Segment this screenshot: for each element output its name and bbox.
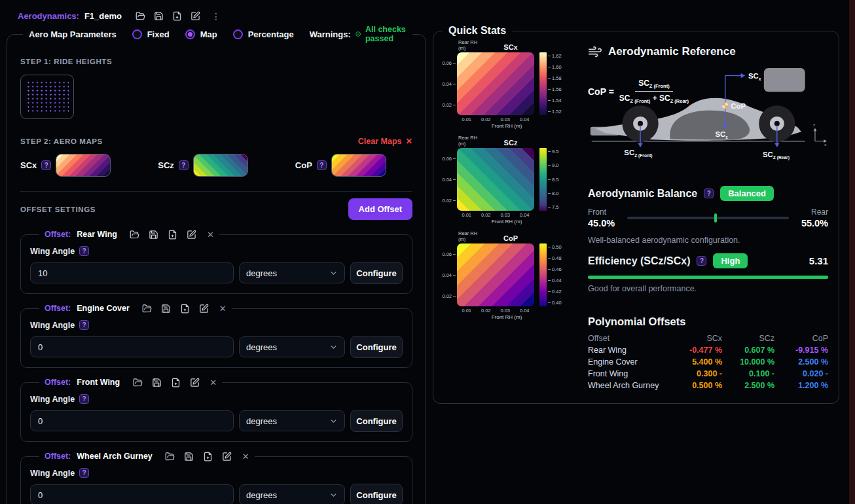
panel-title: Aero Map Parameters	[29, 29, 117, 39]
unit-select[interactable]: degrees	[239, 336, 345, 357]
configure-button[interactable]: Configure	[350, 336, 403, 358]
open-folder-icon[interactable]	[128, 228, 141, 241]
colorbar-ticks: 9.59.08.58.07.5	[547, 148, 566, 211]
wing-angle-input[interactable]	[30, 484, 234, 504]
plot-colorbar	[539, 52, 547, 115]
scz-help-icon[interactable]: ?	[179, 160, 189, 170]
wing-angle-label: Wing Angle	[30, 247, 75, 256]
plot-yticks: 0.060.040.02	[440, 52, 457, 115]
table-cell-cop: 0.020 -	[774, 369, 828, 380]
plot-yticks: 0.060.040.02	[440, 243, 457, 306]
svg-text:SCZ (Rear): SCZ (Rear)	[763, 151, 790, 160]
unit-select-value: degrees	[246, 268, 277, 278]
offset-settings-label: OFFSET SETTINGS	[20, 206, 96, 213]
new-file-icon[interactable]	[166, 228, 179, 241]
cop-map-thumbnail[interactable]	[331, 154, 386, 177]
configure-button[interactable]: Configure	[350, 262, 403, 284]
offset-panel-front-wing: Offset: Front Wing ✕ Wing Angle ? degree…	[20, 376, 412, 442]
unit-select[interactable]: degrees	[239, 262, 345, 283]
cop-help-icon[interactable]: ?	[317, 160, 327, 170]
radio-map-circle[interactable]	[185, 29, 195, 39]
close-icon[interactable]: ✕	[219, 304, 227, 314]
table-cell-scz: 10.000 %	[722, 357, 774, 368]
scx-help-icon[interactable]: ?	[41, 160, 51, 170]
vertical-scrollbar[interactable]	[849, 0, 855, 504]
new-file-icon[interactable]	[170, 10, 183, 23]
scz-map-thumbnail[interactable]	[193, 154, 248, 177]
configure-button[interactable]: Configure	[350, 410, 403, 432]
clear-maps-button[interactable]: Clear Maps ✕	[358, 136, 412, 146]
open-folder-icon[interactable]	[164, 450, 177, 463]
edit-note-icon[interactable]	[198, 302, 211, 315]
wing-angle-help-icon[interactable]: ?	[79, 468, 89, 478]
radio-percentage[interactable]: Percentage	[233, 29, 294, 39]
add-offset-button[interactable]: Add Offset	[348, 198, 412, 220]
col-header-offset: Offset	[588, 333, 666, 344]
cop-map-group: CoP ?	[295, 154, 386, 177]
balance-slider[interactable]	[627, 217, 789, 219]
wing-angle-help-icon[interactable]: ?	[79, 394, 89, 404]
scx-map-thumbnail[interactable]	[56, 154, 111, 177]
wing-angle-input[interactable]	[30, 336, 234, 357]
open-folder-icon[interactable]	[131, 376, 144, 389]
edit-note-icon[interactable]	[221, 450, 234, 463]
efficiency-bar	[588, 276, 828, 279]
open-folder-icon[interactable]	[134, 10, 147, 23]
open-folder-icon[interactable]	[141, 302, 154, 315]
unit-select[interactable]: degrees	[239, 484, 345, 504]
close-icon[interactable]: ✕	[207, 230, 214, 240]
new-file-icon[interactable]	[179, 302, 192, 315]
cop-formula: CoP = SCZ (Front) SCZ (Front) + SCZ (Rea…	[588, 79, 689, 105]
save-icon[interactable]	[160, 302, 173, 315]
unit-select-value: degrees	[246, 490, 277, 500]
balance-slider-thumb[interactable]	[714, 213, 717, 223]
radio-percentage-circle[interactable]	[233, 29, 243, 39]
offset-panel-wheel-arch-gurney: Offset: Wheel Arch Gurney ✕ Wing Angle ?…	[20, 450, 412, 504]
radio-fixed-label: Fixed	[147, 29, 170, 39]
balance-help-icon[interactable]: ?	[704, 189, 714, 198]
plot-area	[457, 148, 534, 211]
quick-stats-panel: Quick Stats Rear RH (m) SCx 0.060.040.02…	[433, 25, 839, 404]
radio-fixed-circle[interactable]	[132, 29, 142, 39]
wing-angle-input[interactable]	[30, 410, 234, 431]
configure-button[interactable]: Configure	[350, 484, 403, 504]
edit-note-icon[interactable]	[188, 376, 201, 389]
table-row-name: Rear Wing	[588, 345, 666, 356]
col-header-scz: SCz	[722, 333, 774, 344]
check-circle-icon	[355, 29, 361, 39]
save-icon[interactable]	[183, 450, 196, 463]
new-file-icon[interactable]	[169, 376, 182, 389]
new-file-icon[interactable]	[202, 450, 215, 463]
table-row-name: Wheel Arch Gurney	[588, 380, 666, 391]
save-icon[interactable]	[147, 228, 160, 241]
edit-note-icon[interactable]	[189, 10, 202, 23]
plot-title: SCx	[481, 43, 577, 51]
plot-title: CoP	[481, 234, 577, 242]
plot-xticks: 0.010.020.030.04	[457, 308, 534, 314]
save-icon[interactable]	[150, 376, 163, 389]
more-options-icon[interactable]: ⋮	[209, 10, 223, 23]
plot-xlabel: Front RH (m)	[457, 314, 534, 320]
table-cell-scx: -0.477 %	[666, 345, 722, 356]
radio-map[interactable]: Map	[185, 29, 217, 39]
close-icon[interactable]: ✕	[242, 452, 249, 461]
wing-angle-help-icon[interactable]: ?	[79, 246, 89, 256]
edit-note-icon[interactable]	[185, 228, 198, 241]
ride-heights-grid-thumbnail[interactable]	[20, 75, 74, 119]
wing-angle-help-icon[interactable]: ?	[79, 320, 89, 330]
close-icon[interactable]: ✕	[209, 378, 217, 387]
efficiency-help-icon[interactable]: ?	[697, 256, 706, 266]
wing-angle-input[interactable]	[30, 262, 234, 283]
plot-area	[457, 243, 534, 306]
project-name: F1_demo	[84, 11, 122, 21]
offset-prefix-label: Offset:	[45, 304, 71, 313]
unit-select[interactable]: degrees	[239, 410, 345, 431]
colorbar-ticks: 0.500.480.460.440.420.40	[547, 243, 566, 306]
offset-name: Engine Cover	[77, 304, 130, 313]
plot-xlabel: Front RH (m)	[457, 123, 534, 129]
unit-select-value: degrees	[246, 416, 277, 426]
radio-fixed[interactable]: Fixed	[132, 29, 170, 39]
table-cell-scz: 2.500 %	[722, 380, 774, 391]
save-icon[interactable]	[152, 10, 165, 23]
table-cell-cop: -9.915 %	[774, 345, 828, 356]
